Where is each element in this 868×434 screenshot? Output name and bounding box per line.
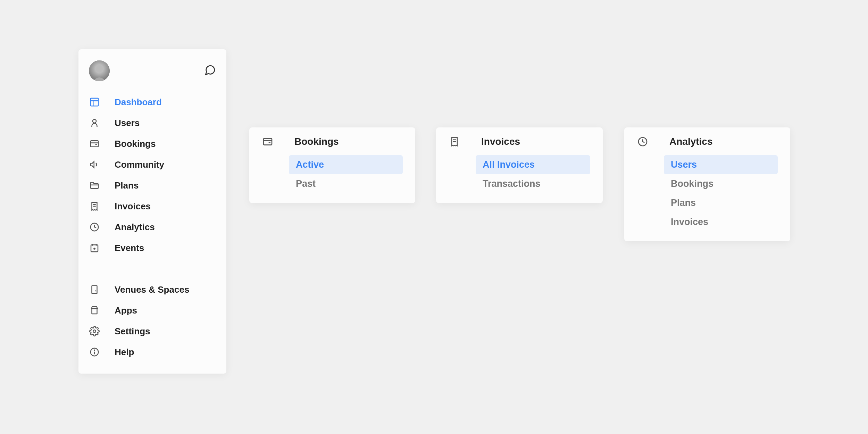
sub-item-past[interactable]: Past (289, 174, 403, 193)
sidebar-item-help[interactable]: Help (87, 342, 218, 362)
sidebar-item-label: Analytics (115, 222, 155, 233)
sub-list: Users Bookings Plans Invoices (637, 155, 778, 232)
sub-list: Active Past (262, 155, 403, 193)
store-icon (89, 305, 100, 316)
card-analytics: Analytics Users Bookings Plans Invoices (624, 127, 790, 241)
sub-item-invoices[interactable]: Invoices (664, 212, 778, 232)
svg-marker-16 (93, 248, 96, 250)
sidebar-item-label: Settings (115, 326, 150, 337)
sub-item-plans[interactable]: Plans (664, 193, 778, 212)
nav-divider (87, 258, 218, 276)
avatar-icon (89, 60, 110, 81)
sub-item-all-invoices[interactable]: All Invoices (476, 155, 590, 174)
sidebar-item-label: Events (115, 243, 144, 253)
nav-secondary: Venues & Spaces Apps Settings Help (87, 276, 218, 362)
sidebar-item-label: Invoices (115, 201, 151, 212)
svg-rect-17 (92, 286, 97, 294)
svg-rect-6 (91, 141, 99, 147)
sidebar-item-bookings[interactable]: Bookings (87, 133, 218, 154)
card-title: Invoices (481, 136, 520, 147)
svg-rect-24 (92, 309, 97, 314)
svg-rect-2 (91, 98, 99, 106)
calendar-card-icon (262, 136, 274, 148)
avatar[interactable] (89, 60, 110, 81)
sidebar-item-label: Bookings (115, 139, 156, 149)
card-header: Bookings (262, 136, 403, 155)
svg-point-1 (95, 65, 103, 73)
sidebar-item-label: Help (115, 347, 134, 358)
clock-icon (637, 136, 649, 148)
event-icon (89, 242, 100, 253)
sidebar-item-settings[interactable]: Settings (87, 321, 218, 342)
info-icon (89, 347, 100, 358)
sidebar-item-label: Plans (115, 180, 139, 191)
sidebar-item-analytics[interactable]: Analytics (87, 217, 218, 237)
sidebar-item-events[interactable]: Events (87, 237, 218, 258)
clock-icon (89, 222, 100, 233)
sub-item-bookings[interactable]: Bookings (664, 174, 778, 193)
layout-icon (89, 97, 100, 108)
calendar-card-icon (89, 138, 100, 149)
card-invoices: Invoices All Invoices Transactions (436, 127, 603, 203)
card-title: Analytics (669, 136, 713, 147)
sidebar-item-users[interactable]: Users (87, 112, 218, 133)
sub-item-active[interactable]: Active (289, 155, 403, 174)
sidebar-item-community[interactable]: Community (87, 154, 218, 175)
sidebar-item-label: Venues & Spaces (115, 284, 189, 295)
receipt-icon (89, 201, 100, 212)
sidebar-item-label: Apps (115, 305, 137, 316)
sidebar-header (87, 60, 218, 88)
svg-point-25 (93, 330, 96, 333)
sidebar-item-label: Community (115, 159, 164, 170)
card-header: Invoices (449, 136, 590, 155)
chat-icon[interactable] (204, 64, 216, 77)
sidebar-item-plans[interactable]: Plans (87, 175, 218, 196)
megaphone-icon (89, 159, 100, 170)
sidebar-item-label: Dashboard (115, 97, 162, 108)
sidebar-item-venues[interactable]: Venues & Spaces (87, 279, 218, 300)
nav-primary: Dashboard Users Bookings Community Plans (87, 88, 218, 258)
card-bookings: Bookings Active Past (249, 127, 415, 203)
sidebar-item-label: Users (115, 118, 140, 128)
sidebar: Dashboard Users Bookings Community Plans (78, 49, 226, 374)
card-header: Analytics (637, 136, 778, 155)
gear-icon (89, 326, 100, 337)
receipt-icon (449, 136, 460, 148)
sidebar-item-dashboard[interactable]: Dashboard (87, 92, 218, 112)
svg-point-5 (93, 119, 96, 123)
building-icon (89, 284, 100, 295)
svg-rect-29 (264, 139, 272, 145)
user-icon (89, 117, 100, 128)
sub-list: All Invoices Transactions (449, 155, 590, 193)
sidebar-item-invoices[interactable]: Invoices (87, 196, 218, 217)
sub-item-users[interactable]: Users (664, 155, 778, 174)
sidebar-item-apps[interactable]: Apps (87, 300, 218, 321)
folder-icon (89, 180, 100, 191)
svg-point-28 (94, 350, 94, 350)
card-title: Bookings (294, 136, 339, 147)
sub-item-transactions[interactable]: Transactions (476, 174, 590, 193)
